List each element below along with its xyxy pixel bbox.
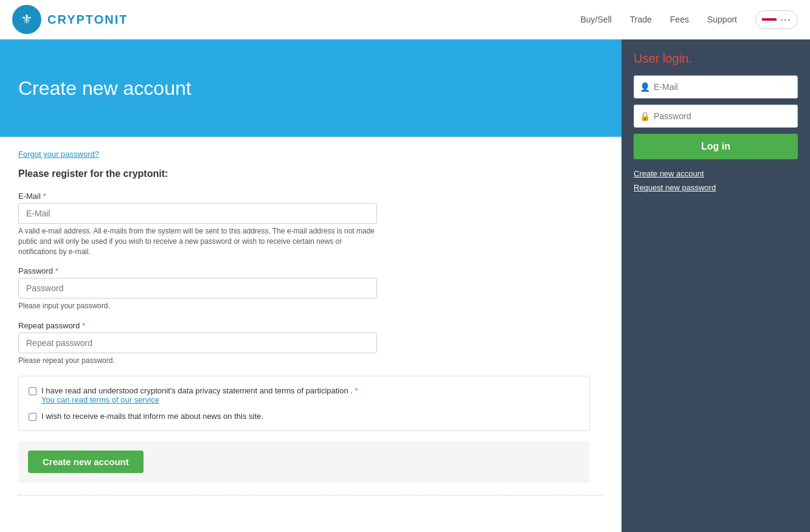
- person-icon: 👤: [640, 82, 650, 92]
- page-title: Create new account: [18, 77, 192, 100]
- repeat-password-label: Repeat password *: [18, 321, 603, 330]
- password-label: Password *: [18, 266, 603, 275]
- main-content: Create new account Forgot your password?…: [0, 40, 621, 532]
- nav-buy-sell[interactable]: Buy/Sell: [580, 15, 611, 24]
- header: ⚜ CRYPTONIT Buy/Sell Trade Fees Support …: [0, 0, 810, 40]
- sidebar-title: User login.: [634, 52, 798, 66]
- repeat-password-input[interactable]: [18, 333, 377, 353]
- nav: Buy/Sell Trade Fees Support ···: [580, 10, 798, 29]
- password-field-group: Password * Please input your password.: [18, 266, 603, 311]
- logo-text: CRYPTONIT: [47, 13, 128, 27]
- email-input[interactable]: [18, 203, 377, 224]
- repeat-password-hint: Please repeat your password.: [18, 356, 377, 366]
- page-layout: Create new account Forgot your password?…: [0, 40, 810, 532]
- logo-area: ⚜ CRYPTONIT: [12, 5, 128, 34]
- newsletter-checkbox[interactable]: [29, 413, 36, 421]
- register-heading: Please register for the cryptonit:: [18, 168, 603, 179]
- sidebar-title-dot: .: [688, 52, 692, 65]
- divider: [18, 495, 603, 496]
- login-email-wrap: 👤: [634, 75, 798, 98]
- language-button[interactable]: ···: [755, 10, 798, 29]
- lock-icon: 🔒: [640, 111, 650, 121]
- hero-banner: Create new account: [0, 40, 621, 137]
- newsletter-label[interactable]: I wish to receive e-mails that inform me…: [41, 412, 263, 421]
- nav-support[interactable]: Support: [707, 15, 737, 24]
- create-account-button[interactable]: Create new account: [28, 451, 144, 473]
- login-password-input[interactable]: [634, 105, 798, 128]
- sidebar-create-account-link[interactable]: Create new account: [634, 169, 798, 178]
- form-area: Forgot your password? Please register fo…: [0, 137, 621, 526]
- nav-fees[interactable]: Fees: [670, 15, 689, 24]
- sidebar-request-password-link[interactable]: Request new password: [634, 183, 798, 192]
- submit-section: Create new account: [18, 441, 590, 483]
- nav-trade[interactable]: Trade: [630, 15, 652, 24]
- email-label: E-Mail *: [18, 192, 603, 201]
- checkbox-section: I have read and understood cryptonit's d…: [18, 376, 590, 431]
- email-required-star: *: [43, 192, 46, 201]
- login-email-input[interactable]: [634, 75, 798, 98]
- login-button[interactable]: Log in: [634, 134, 798, 159]
- terms-label[interactable]: I have read and understood cryptonit's d…: [41, 386, 358, 404]
- sidebar: User login. 👤 🔒 Log in Create new accoun…: [621, 40, 810, 532]
- login-password-wrap: 🔒: [634, 105, 798, 128]
- email-field-group: E-Mail * A valid e-mail address. All e-m…: [18, 192, 603, 257]
- forgot-password-link[interactable]: Forgot your password?: [18, 150, 99, 159]
- terms-required-star: *: [355, 386, 358, 395]
- terms-checkbox-row: I have read and understood cryptonit's d…: [29, 386, 580, 404]
- repeat-password-required-star: *: [82, 321, 85, 330]
- email-hint: A valid e-mail address. All e-mails from…: [18, 226, 377, 257]
- terms-checkbox[interactable]: [29, 387, 36, 395]
- password-hint: Please input your password.: [18, 301, 377, 311]
- flag-uk-icon: [762, 15, 777, 24]
- repeat-password-field-group: Repeat password * Please repeat your pas…: [18, 321, 603, 366]
- more-options-icon: ···: [780, 13, 791, 26]
- newsletter-checkbox-row: I wish to receive e-mails that inform me…: [29, 412, 580, 421]
- sidebar-links: Create new account Request new password: [634, 169, 798, 192]
- password-required-star: *: [55, 266, 58, 275]
- password-input[interactable]: [18, 278, 377, 299]
- terms-link[interactable]: You can read terms of our service: [41, 395, 159, 404]
- logo-icon: ⚜: [12, 5, 41, 34]
